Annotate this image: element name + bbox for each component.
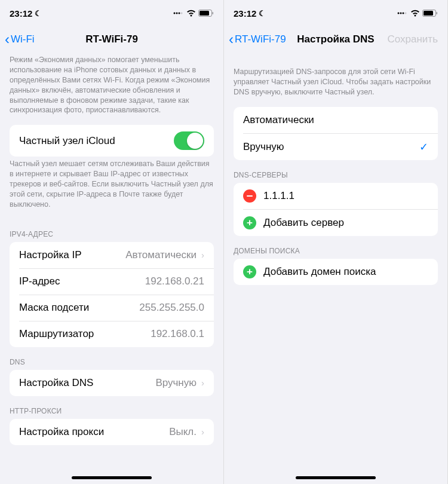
svg-rect-6 [200,11,209,16]
home-indicator[interactable] [72,476,152,479]
svg-point-1 [176,12,178,14]
svg-rect-14 [424,11,433,16]
proxy-header: HTTP-ПРОКСИ [0,396,223,419]
page-title: RT-WiFi-79 [85,33,138,45]
status-bar: 23:12 ☾ [224,0,447,26]
cell-label: Маска подсети [19,302,139,314]
subnet-mask-cell: Маска подсети 255.255.255.0 [19,295,214,321]
svg-rect-7 [213,12,214,14]
battery-icon [198,8,214,19]
svg-point-2 [179,12,180,14]
phone-left: 23:12 ☾ ‹ Wi-Fi RT-WiFi-79 Режим «Эконом… [0,0,224,484]
ipv4-group: Настройка IP Автоматически › IP-адрес 19… [10,242,214,347]
cellular-icon [397,8,408,19]
svg-rect-15 [437,12,438,14]
configure-proxy-cell[interactable]: Настройка прокси Выкл. › [10,419,214,445]
content-scroll[interactable]: Режим «Экономия данных» помогает уменьши… [0,53,223,464]
chevron-right-icon: › [201,427,204,437]
cell-label: Маршрутизатор [19,328,151,340]
add-domain-label: Добавить домен поиска [263,266,428,278]
chevron-left-icon: ‹ [5,31,10,48]
cell-value: 192.168.0.1 [151,328,204,340]
search-domains-header: ДОМЕНЫ ПОИСКА [224,236,447,259]
cell-label: Настройка IP [19,249,125,261]
cell-value: Вручную [155,377,197,389]
ip-address-cell: IP-адрес 192.168.0.21 [19,268,214,295]
chevron-right-icon: › [201,250,204,260]
svg-point-8 [398,12,400,14]
nav-bar: ‹ RT-WiFi-79 Настройка DNS Сохранить [224,26,447,53]
private-relay-note: Частный узел мешает сетям отслеживать Ва… [0,157,223,219]
wifi-icon [410,8,420,19]
dns-auto-cell[interactable]: Автоматически [234,107,438,133]
remove-icon[interactable] [243,189,256,203]
dns-manual-cell[interactable]: Вручную ✓ [243,133,438,160]
add-server-row[interactable]: Добавить сервер [243,209,438,236]
chevron-right-icon: › [201,378,204,388]
home-indicator[interactable] [296,476,376,479]
save-button[interactable]: Сохранить [388,33,443,45]
dns-header: DNS [0,347,223,370]
phone-right: 23:12 ☾ ‹ RT-WiFi-79 Настройка DNS Сохра… [224,0,448,484]
moon-icon: ☾ [259,9,266,18]
svg-point-9 [400,12,402,14]
private-relay-label: Частный узел iCloud [19,135,174,147]
cell-label: Автоматически [243,114,428,126]
dns-server-value: 1.1.1.1 [263,190,428,202]
dns-note: Маршрутизацией DNS-запросов для этой сет… [224,53,447,107]
add-icon[interactable] [243,265,256,278]
svg-point-3 [181,12,183,14]
dns-servers-header: DNS-СЕРВЕРЫ [224,160,447,183]
back-button[interactable]: ‹ RT-WiFi-79 [229,31,286,48]
add-icon[interactable] [243,216,256,229]
nav-bar: ‹ Wi-Fi RT-WiFi-79 [0,26,223,53]
svg-point-0 [174,12,176,14]
dns-servers-group: 1.1.1.1 Добавить сервер [234,183,438,236]
page-title: Настройка DNS [297,33,374,45]
private-relay-toggle[interactable] [174,131,204,150]
add-server-label: Добавить сервер [263,217,428,229]
cell-label: IP-адрес [19,275,145,287]
cell-value: 255.255.255.0 [139,302,204,314]
svg-point-4 [191,14,192,16]
add-domain-row[interactable]: Добавить домен поиска [234,259,438,285]
status-bar: 23:12 ☾ [0,0,223,26]
checkmark-icon: ✓ [419,140,428,154]
wifi-icon [186,8,196,19]
data-saver-note: Режим «Экономия данных» помогает уменьши… [0,53,223,125]
cell-label: Вручную [243,141,419,153]
status-time: 23:12 [10,8,32,19]
content-scroll[interactable]: Маршрутизацией DNS-запросов для этой сет… [224,53,447,464]
status-time: 23:12 [234,8,256,19]
router-cell: Маршрутизатор 192.168.0.1 [19,321,214,347]
configure-ip-cell[interactable]: Настройка IP Автоматически › [10,242,214,268]
svg-point-10 [403,12,404,14]
chevron-left-icon: ‹ [229,31,234,48]
dns-mode-group: Автоматически Вручную ✓ [234,107,438,160]
moon-icon: ☾ [35,9,42,18]
back-label: RT-WiFi-79 [235,33,286,45]
dns-server-row[interactable]: 1.1.1.1 [234,183,438,209]
cellular-icon [173,8,184,19]
configure-dns-cell[interactable]: Настройка DNS Вручную › [10,370,214,396]
cell-value: 192.168.0.21 [145,275,204,287]
search-domains-group: Добавить домен поиска [234,259,438,285]
svg-point-11 [405,12,407,14]
private-relay-group: Частный узел iCloud [10,125,214,157]
back-button[interactable]: ‹ Wi-Fi [5,31,35,48]
back-label: Wi-Fi [11,33,35,45]
cell-value: Автоматически [125,249,197,261]
svg-point-12 [415,14,416,16]
ipv4-header: IPV4-АДРЕС [0,219,223,242]
cell-value: Выкл. [169,426,197,438]
cell-label: Настройка DNS [19,377,155,389]
cell-label: Настройка прокси [19,426,169,438]
battery-icon [422,8,438,19]
dns-group: Настройка DNS Вручную › [10,370,214,396]
proxy-group: Настройка прокси Выкл. › [10,419,214,445]
private-relay-cell[interactable]: Частный узел iCloud [10,125,214,157]
